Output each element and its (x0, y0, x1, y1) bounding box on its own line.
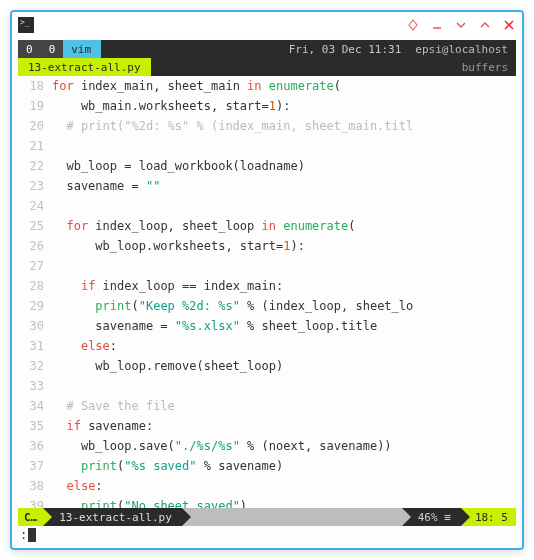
mode-chip: vim (63, 40, 101, 58)
line-number: 38 (18, 476, 52, 496)
code-line[interactable]: 28 if index_loop == index_main: (18, 276, 516, 296)
code-text[interactable]: print("%s saved" % savename) (52, 456, 516, 476)
code-text[interactable]: print("Keep %2d: %s" % (index_loop, shee… (52, 296, 516, 316)
pin-icon[interactable] (406, 18, 420, 32)
line-number: 29 (18, 296, 52, 316)
code-text[interactable]: savename = "%s.xlsx" % sheet_loop.title (52, 316, 516, 336)
status-mode: C… (18, 508, 43, 526)
window-chip: 0 (41, 40, 64, 58)
code-text[interactable]: for index_main, sheet_main in enumerate( (52, 76, 516, 96)
code-line[interactable]: 20 # print("%2d: %s" % (index_main, shee… (18, 116, 516, 136)
status-percent: 46% ≡ (402, 508, 461, 526)
session-chip: 0 (18, 40, 41, 58)
code-text[interactable] (52, 136, 516, 156)
code-line[interactable]: 35 if savename: (18, 416, 516, 436)
code-text[interactable]: if savename: (52, 416, 516, 436)
line-number: 37 (18, 456, 52, 476)
status-position: 18: 5 (461, 508, 516, 526)
line-number: 26 (18, 236, 52, 256)
datetime-label: Fri, 03 Dec 11:31 (283, 40, 408, 58)
line-number: 27 (18, 256, 52, 276)
code-text[interactable]: wb_loop = load_workbook(loadname) (52, 156, 516, 176)
line-number: 21 (18, 136, 52, 156)
code-text[interactable] (52, 376, 516, 396)
code-text[interactable]: wb_loop.remove(sheet_loop) (52, 356, 516, 376)
code-text[interactable]: for index_loop, sheet_loop in enumerate( (52, 216, 516, 236)
code-line[interactable]: 25 for index_loop, sheet_loop in enumera… (18, 216, 516, 236)
code-text[interactable]: wb_loop.save("./%s/%s" % (noext, savenam… (52, 436, 516, 456)
code-line[interactable]: 18for index_main, sheet_main in enumerat… (18, 76, 516, 96)
code-text[interactable] (52, 256, 516, 276)
code-text[interactable]: else: (52, 336, 516, 356)
window-titlebar[interactable]: >_ (12, 12, 522, 38)
maximize-up-icon[interactable] (478, 18, 492, 32)
line-number: 18 (18, 76, 52, 96)
vim-statusline: C… 13-extract-all.py 46% ≡ 18: 5 (18, 508, 516, 526)
code-text[interactable]: wb_main.worksheets, start=1): (52, 96, 516, 116)
line-number: 28 (18, 276, 52, 296)
window-controls (406, 18, 516, 32)
code-line[interactable]: 22 wb_loop = load_workbook(loadname) (18, 156, 516, 176)
code-line[interactable]: 23 savename = "" (18, 176, 516, 196)
code-text[interactable]: # print("%2d: %s" % (index_main, sheet_m… (52, 116, 516, 136)
line-number: 36 (18, 436, 52, 456)
vim-cmdline[interactable]: : (18, 526, 516, 544)
minimize-icon[interactable] (430, 18, 444, 32)
line-number: 34 (18, 396, 52, 416)
code-line[interactable]: 27 (18, 256, 516, 276)
code-text[interactable]: # Save the file (52, 396, 516, 416)
line-number: 39 (18, 496, 52, 508)
tmux-status-top: 0 0 vim Fri, 03 Dec 11:31 epsi@localhost (18, 40, 516, 58)
line-number: 23 (18, 176, 52, 196)
code-line[interactable]: 38 else: (18, 476, 516, 496)
maximize-down-icon[interactable] (454, 18, 468, 32)
line-number: 24 (18, 196, 52, 216)
code-line[interactable]: 21 (18, 136, 516, 156)
code-line[interactable]: 34 # Save the file (18, 396, 516, 416)
code-text[interactable] (52, 196, 516, 216)
vim-tabline[interactable]: 13-extract-all.py buffers (18, 58, 516, 76)
close-icon[interactable] (502, 18, 516, 32)
code-line[interactable]: 29 print("Keep %2d: %s" % (index_loop, s… (18, 296, 516, 316)
code-line[interactable]: 31 else: (18, 336, 516, 356)
code-text[interactable]: print("No sheet saved") (52, 496, 516, 508)
terminal-body[interactable]: 0 0 vim Fri, 03 Dec 11:31 epsi@localhost… (12, 38, 522, 548)
code-line[interactable]: 30 savename = "%s.xlsx" % sheet_loop.tit… (18, 316, 516, 336)
code-line[interactable]: 39 print("No sheet saved") (18, 496, 516, 508)
code-line[interactable]: 36 wb_loop.save("./%s/%s" % (noext, save… (18, 436, 516, 456)
line-number: 35 (18, 416, 52, 436)
line-number: 22 (18, 156, 52, 176)
code-line[interactable]: 24 (18, 196, 516, 216)
code-text[interactable]: else: (52, 476, 516, 496)
code-line[interactable]: 32 wb_loop.remove(sheet_loop) (18, 356, 516, 376)
line-number: 31 (18, 336, 52, 356)
code-line[interactable]: 26 wb_loop.worksheets, start=1): (18, 236, 516, 256)
terminal-window: >_ 0 0 vim Fri, 03 Dec (10, 10, 524, 550)
line-number: 25 (18, 216, 52, 236)
code-line[interactable]: 37 print("%s saved" % savename) (18, 456, 516, 476)
status-filename: 13-extract-all.py (43, 508, 182, 526)
code-editor[interactable]: 18for index_main, sheet_main in enumerat… (18, 76, 516, 508)
line-number: 33 (18, 376, 52, 396)
code-text[interactable]: wb_loop.worksheets, start=1): (52, 236, 516, 256)
line-number: 30 (18, 316, 52, 336)
code-line[interactable]: 33 (18, 376, 516, 396)
code-line[interactable]: 19 wb_main.worksheets, start=1): (18, 96, 516, 116)
line-number: 20 (18, 116, 52, 136)
line-number: 19 (18, 96, 52, 116)
terminal-icon: >_ (18, 17, 34, 33)
line-number: 32 (18, 356, 52, 376)
code-text[interactable]: if index_loop == index_main: (52, 276, 516, 296)
cmdline-prompt: : (20, 528, 27, 542)
tab-buffers-label[interactable]: buffers (151, 58, 516, 76)
code-text[interactable]: savename = "" (52, 176, 516, 196)
tab-active[interactable]: 13-extract-all.py (18, 58, 151, 76)
userhost-label: epsi@localhost (407, 40, 516, 58)
cursor (28, 528, 36, 542)
